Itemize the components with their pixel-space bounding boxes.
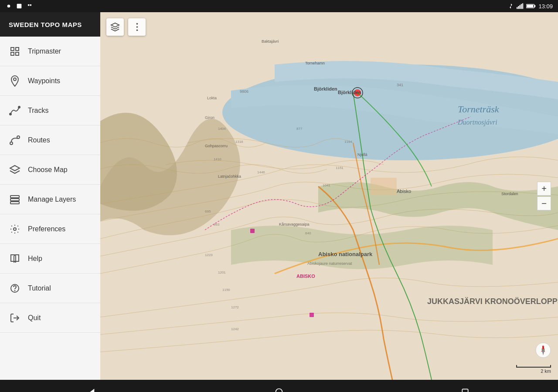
sidebar-item-tracks-label: Tracks <box>28 107 48 115</box>
svg-rect-2 <box>28 4 29 6</box>
svg-rect-3 <box>30 4 31 6</box>
sidebar-item-quit[interactable]: Quit <box>0 303 100 333</box>
svg-text:Björkliden: Björkliden <box>314 86 337 91</box>
sidebar-item-waypoints-label: Waypoints <box>28 77 60 85</box>
map-toolbar <box>106 18 146 36</box>
sidebar-item-tutorial-label: Tutorial <box>28 284 51 292</box>
svg-text:1150: 1150 <box>222 288 230 292</box>
svg-text:1201: 1201 <box>218 270 226 274</box>
svg-text:Giron: Giron <box>205 115 214 120</box>
svg-text:Latnjaćohkka: Latnjaćohkka <box>218 174 241 179</box>
android-icon <box>5 3 12 10</box>
svg-marker-79 <box>90 389 95 392</box>
settings-icon <box>9 223 21 235</box>
svg-text:640: 640 <box>305 231 311 235</box>
svg-rect-21 <box>10 196 19 198</box>
svg-text:Björkliden: Björkliden <box>338 90 361 95</box>
svg-text:Abiskojaure naturreservat: Abiskojaure naturreservat <box>307 261 352 266</box>
sidebar: SWEDEN TOPO MAPS Tripmaster Waypoints <box>0 12 100 380</box>
svg-text:341: 341 <box>397 83 403 87</box>
home-button[interactable] <box>266 383 292 392</box>
sidebar-item-tutorial[interactable]: Tutorial <box>0 274 100 303</box>
sidebar-item-help[interactable]: Help <box>0 244 100 274</box>
svg-text:695: 695 <box>205 210 211 213</box>
sidebar-item-manage-layers-label: Manage Layers <box>28 196 76 203</box>
svg-rect-10 <box>534 5 536 7</box>
svg-text:1404: 1404 <box>218 127 226 131</box>
svg-text:Torneträsk: Torneträsk <box>458 104 500 115</box>
sidebar-item-choose-map[interactable]: Choose Map <box>0 155 100 185</box>
more-options-button[interactable] <box>128 18 146 36</box>
svg-text:1223: 1223 <box>205 253 213 257</box>
svg-text:1410: 1410 <box>214 157 221 161</box>
book-icon <box>9 253 21 265</box>
svg-text:9806: 9806 <box>240 89 248 94</box>
svg-text:Stordalen: Stordalen <box>501 192 518 196</box>
svg-rect-23 <box>10 202 19 204</box>
svg-rect-7 <box>521 4 522 9</box>
time-display: 13:09 <box>538 3 553 10</box>
svg-text:1164: 1164 <box>344 140 352 144</box>
svg-rect-22 <box>10 199 19 201</box>
layers-button[interactable] <box>106 18 124 36</box>
svg-rect-6 <box>520 5 521 9</box>
svg-text:Tornehamn: Tornehamn <box>305 61 325 65</box>
layers-icon <box>9 164 21 176</box>
recents-button[interactable] <box>452 383 478 392</box>
sidebar-item-waypoints[interactable]: Waypoints <box>0 66 100 96</box>
svg-text:Njullá: Njullá <box>357 152 367 157</box>
question-icon <box>9 282 21 294</box>
svg-rect-70 <box>310 313 314 317</box>
svg-text:1041: 1041 <box>323 183 330 187</box>
status-bar: 13:09 <box>0 0 558 12</box>
sidebar-item-tracks[interactable]: Tracks <box>0 96 100 125</box>
zoom-in-button[interactable]: + <box>537 182 551 196</box>
svg-point-0 <box>7 5 10 8</box>
back-button[interactable] <box>80 383 106 392</box>
svg-point-18 <box>18 106 20 108</box>
sidebar-item-preferences[interactable]: Preferences <box>0 214 100 244</box>
sidebar-item-preferences-label: Preferences <box>28 225 65 233</box>
svg-rect-5 <box>518 6 519 9</box>
svg-rect-14 <box>11 52 14 55</box>
svg-point-74 <box>136 30 138 31</box>
svg-point-19 <box>10 142 13 145</box>
zoom-out-button[interactable]: − <box>537 196 551 210</box>
bluetooth-icon <box>508 3 514 9</box>
scale-bar: 2 km <box>516 365 551 374</box>
svg-text:877: 877 <box>296 127 303 131</box>
svg-text:ABISKO: ABISKO <box>296 274 315 279</box>
svg-rect-1 <box>17 4 22 9</box>
svg-point-26 <box>15 290 15 291</box>
svg-text:863: 863 <box>214 223 220 226</box>
nav-bar <box>0 380 558 392</box>
app-icon <box>26 3 33 10</box>
svg-point-73 <box>136 26 138 28</box>
svg-point-80 <box>276 389 282 392</box>
sidebar-item-routes[interactable]: Routes <box>0 125 100 155</box>
map-container[interactable]: Torneträsk Duortnosjávri Abisko Abisko n… <box>100 12 558 380</box>
status-bar-right: 13:09 <box>508 3 553 10</box>
svg-rect-13 <box>16 47 19 51</box>
routes-icon <box>9 134 21 146</box>
topo-map: Torneträsk Duortnosjávri Abisko Abisko n… <box>100 12 558 380</box>
svg-rect-81 <box>462 389 468 392</box>
north-arrow: N <box>535 342 551 358</box>
notification-icon <box>16 3 23 10</box>
svg-text:1446: 1446 <box>257 170 265 174</box>
svg-rect-30 <box>371 178 397 195</box>
sidebar-item-tripmaster[interactable]: Tripmaster <box>0 37 100 66</box>
svg-text:JUKKASJÄRVI KRONOÖVERLOPPSMARK: JUKKASJÄRVI KRONOÖVERLOPPSMARK <box>427 297 558 306</box>
svg-point-16 <box>14 78 16 81</box>
svg-text:1316: 1316 <box>235 140 243 144</box>
svg-text:1151: 1151 <box>336 166 344 170</box>
manage-layers-icon <box>9 193 21 206</box>
svg-point-17 <box>10 113 11 115</box>
svg-text:N: N <box>542 345 544 348</box>
status-bar-left <box>5 3 33 10</box>
sidebar-item-tripmaster-label: Tripmaster <box>28 47 61 55</box>
app-title: SWEDEN TOPO MAPS <box>9 21 82 28</box>
svg-rect-8 <box>522 3 523 9</box>
zoom-controls: + − <box>537 182 551 210</box>
sidebar-item-manage-layers[interactable]: Manage Layers <box>0 185 100 214</box>
